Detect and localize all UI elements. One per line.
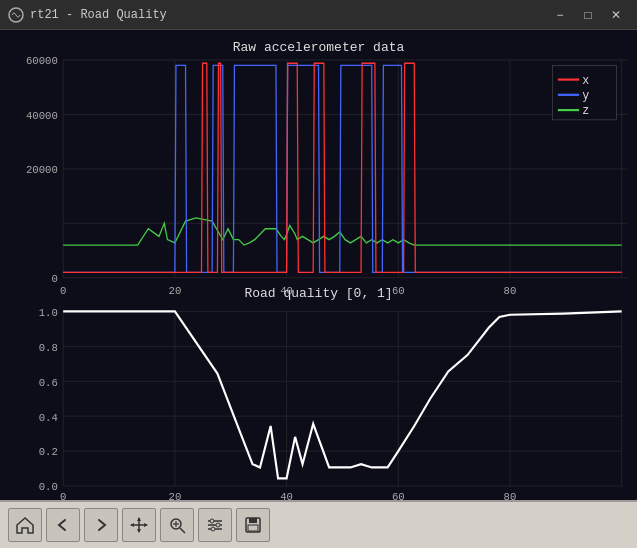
forward-icon xyxy=(91,516,111,534)
home-button[interactable] xyxy=(8,508,42,542)
svg-text:0.8: 0.8 xyxy=(39,341,58,353)
svg-point-67 xyxy=(216,523,220,527)
configure-button[interactable] xyxy=(198,508,232,542)
back-icon xyxy=(53,516,73,534)
title-bar-controls: − □ ✕ xyxy=(547,4,629,26)
top-chart: Raw accelerometer data 60000 xyxy=(10,40,627,278)
home-icon xyxy=(15,516,35,534)
top-chart-title: Raw accelerometer data xyxy=(10,40,627,55)
pan-icon xyxy=(129,516,149,534)
toolbar xyxy=(0,500,637,548)
maximize-button[interactable]: □ xyxy=(575,4,601,26)
svg-text:z: z xyxy=(582,104,589,118)
zoom-icon xyxy=(167,516,187,534)
top-chart-svg: 60000 40000 20000 0 0 20 40 60 80 xyxy=(10,60,627,278)
svg-rect-71 xyxy=(248,525,258,531)
svg-text:40000: 40000 xyxy=(26,110,58,122)
bottom-chart: Road quality [0, 1] 1.0 xyxy=(10,286,627,500)
svg-marker-55 xyxy=(137,517,141,521)
svg-line-60 xyxy=(180,528,185,533)
svg-text:0.4: 0.4 xyxy=(39,411,58,423)
svg-text:1.0: 1.0 xyxy=(39,306,58,318)
minimize-button[interactable]: − xyxy=(547,4,573,26)
title-bar: rt21 - Road Quality − □ ✕ xyxy=(0,0,637,30)
bottom-chart-svg: 1.0 0.8 0.6 0.4 0.2 0.0 0 20 40 60 80 xyxy=(10,306,627,500)
svg-text:x: x xyxy=(582,74,589,88)
svg-text:60: 60 xyxy=(392,491,405,500)
svg-text:20000: 20000 xyxy=(26,164,58,176)
svg-text:0: 0 xyxy=(51,273,57,285)
close-button[interactable]: ✕ xyxy=(603,4,629,26)
save-icon xyxy=(243,516,263,534)
svg-marker-56 xyxy=(137,529,141,533)
zoom-button[interactable] xyxy=(160,508,194,542)
forward-button[interactable] xyxy=(84,508,118,542)
back-button[interactable] xyxy=(46,508,80,542)
svg-text:0.2: 0.2 xyxy=(39,446,58,458)
svg-text:0.6: 0.6 xyxy=(39,376,58,388)
chart-area: Raw accelerometer data 60000 xyxy=(0,30,637,500)
svg-rect-29 xyxy=(10,306,627,500)
window-title: rt21 - Road Quality xyxy=(30,8,167,22)
svg-marker-58 xyxy=(144,523,148,527)
bottom-chart-title: Road quality [0, 1] xyxy=(10,286,627,301)
svg-text:80: 80 xyxy=(504,491,517,500)
app-icon xyxy=(8,7,24,23)
save-button[interactable] xyxy=(236,508,270,542)
svg-point-66 xyxy=(210,519,214,523)
svg-point-68 xyxy=(211,527,215,531)
svg-text:0: 0 xyxy=(60,491,66,500)
configure-icon xyxy=(205,516,225,534)
bottom-chart-inner[interactable]: 1.0 0.8 0.6 0.4 0.2 0.0 0 20 40 60 80 xyxy=(10,306,627,500)
svg-text:60000: 60000 xyxy=(26,55,58,67)
title-bar-left: rt21 - Road Quality xyxy=(8,7,167,23)
pan-button[interactable] xyxy=(122,508,156,542)
svg-text:40: 40 xyxy=(280,491,293,500)
top-chart-inner[interactable]: 60000 40000 20000 0 0 20 40 60 80 xyxy=(10,60,627,278)
svg-text:20: 20 xyxy=(169,491,182,500)
svg-text:0.0: 0.0 xyxy=(39,481,58,493)
svg-rect-70 xyxy=(249,518,257,523)
svg-marker-57 xyxy=(130,523,134,527)
svg-text:y: y xyxy=(582,89,589,103)
